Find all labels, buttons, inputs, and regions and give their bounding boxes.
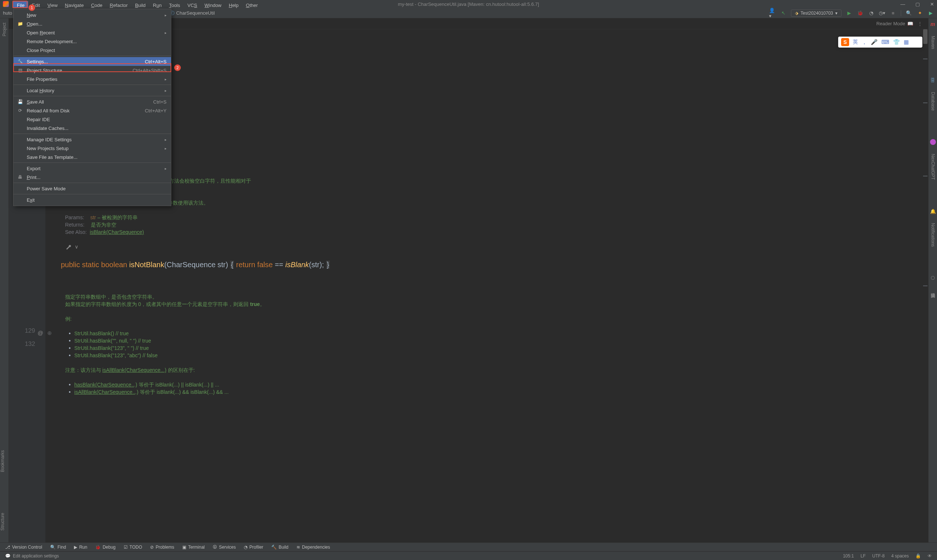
minimize-icon[interactable]: — <box>900 2 905 7</box>
ai-icon[interactable]: ✦ <box>917 10 923 17</box>
status-position[interactable]: 105:1 <box>843 554 854 558</box>
profile-icon[interactable]: ◷▾ <box>879 10 885 17</box>
folder-icon: 📁 <box>17 21 23 27</box>
maven-icon[interactable]: m <box>931 21 935 27</box>
ime-comma[interactable]: ， <box>862 39 867 46</box>
bell-icon[interactable]: 🔔 <box>930 209 936 214</box>
test-icon: ⬗ <box>795 11 798 16</box>
menu-new-projects-setup[interactable]: New Projects Setup▸ <box>14 144 171 152</box>
right-tool-rail: m Maven 🗄 Database NexChatGPT 🔔 Notifica… <box>928 18 937 550</box>
find-icon: 🔍 <box>50 545 55 550</box>
vcs-icon: ⎇ <box>5 545 10 550</box>
rail-structure[interactable]: Structure <box>0 513 5 531</box>
menu-exit[interactable]: Exit <box>14 195 171 204</box>
plugin-icon[interactable]: ▶ <box>928 10 934 17</box>
save-icon: 💾 <box>17 99 23 105</box>
code-area[interactable]: true; 非空白的定义如下: "" 空格、制表符、换行符，等不可见字符 • l… <box>45 29 922 537</box>
tw-terminal[interactable]: ▣Terminal <box>182 545 205 550</box>
reader-mode-label: Reader Mode <box>876 21 905 26</box>
run-config-selector[interactable]: ⬗ Test2024010703 ▾ <box>791 9 842 17</box>
tw-version-control[interactable]: ⎇Version Control <box>5 545 42 550</box>
status-encoding[interactable]: UTF-8 <box>872 554 885 558</box>
reader-mode-toggle[interactable]: Reader Mode 📖 <box>876 21 913 26</box>
run-icon[interactable]: ▶ <box>846 10 852 17</box>
status-message: Edit application settings <box>13 554 59 558</box>
status-bar: 💬 Edit application settings 105:1 LF UTF… <box>0 551 937 560</box>
menu-repair-ide[interactable]: Repair IDE <box>14 115 171 124</box>
menu-local-history[interactable]: Local History▸ <box>14 86 171 95</box>
keyboard-icon[interactable]: ⌨ <box>882 39 889 45</box>
menu-open-recent[interactable]: Open Recent▸ <box>14 28 171 37</box>
scrollbar[interactable] <box>923 29 928 542</box>
close-icon[interactable]: ✕ <box>930 2 934 7</box>
toolbox-icon[interactable]: ▦ <box>904 39 909 45</box>
profiler-icon: ◔ <box>244 545 248 550</box>
status-eye-icon[interactable]: 👁 <box>928 554 932 558</box>
more-icon[interactable]: ⋮ <box>918 21 922 26</box>
rail-nexchat[interactable]: NexChatGPT <box>931 154 935 180</box>
rail-notifications[interactable]: Notifications <box>931 223 935 247</box>
maximize-icon[interactable]: ▢ <box>915 2 920 7</box>
debug-icon[interactable]: 🐞 <box>857 10 863 17</box>
menu-save-all[interactable]: 💾Save AllCtrl+S <box>14 97 171 106</box>
breadcrumb-class[interactable]: CharSequenceUtil <box>176 10 215 16</box>
menu-project-structure[interactable]: ▤Project Structure...Ctrl+Alt+Shift+S <box>14 66 171 75</box>
menu-reload-disk[interactable]: ⟳Reload All from DiskCtrl+Alt+Y <box>14 106 171 115</box>
menu-new[interactable]: New▸ <box>14 11 171 19</box>
rail-maven[interactable]: Maven <box>931 36 935 49</box>
tw-dependencies[interactable]: ≋Dependencies <box>297 545 330 550</box>
rail-database[interactable]: Database <box>931 92 935 111</box>
menu-invalidate-caches[interactable]: Invalidate Caches... <box>14 124 171 132</box>
file-menu-dropdown: New▸ 📁Open... Open Recent▸ Remote Develo… <box>13 9 171 206</box>
menu-settings[interactable]: 🔧Settings...Ctrl+Alt+S <box>14 57 171 66</box>
menu-manage-ide-settings[interactable]: Manage IDE Settings▸ <box>14 135 171 144</box>
run-config-label: Test2024010703 <box>800 11 833 16</box>
status-indent[interactable]: 4 spaces <box>891 554 909 558</box>
menu-open[interactable]: 📁Open... <box>14 19 171 28</box>
ime-lang[interactable]: 英 <box>853 39 858 45</box>
deps-icon: ≋ <box>297 545 300 550</box>
mic-icon[interactable]: 🎤 <box>871 39 878 45</box>
services-icon: ⦿ <box>213 545 217 550</box>
semantic-icon[interactable]: ⎔ <box>931 275 935 281</box>
sogou-icon: S <box>841 38 849 46</box>
tw-todo[interactable]: ☑TODO <box>124 545 142 550</box>
run-icon-tw: ▶ <box>74 545 77 550</box>
tw-find[interactable]: 🔍Find <box>50 545 66 550</box>
nexchat-icon[interactable] <box>930 139 936 145</box>
bug-icon-tw: 🐞 <box>95 545 101 550</box>
rail-project[interactable]: Project <box>2 23 7 36</box>
breadcrumb-root[interactable]: huto <box>3 10 12 16</box>
structure-icon: ▤ <box>17 67 23 73</box>
database-icon[interactable]: 🗄 <box>931 78 935 83</box>
ime-toolbar[interactable]: S 英 ， 🎤 ⌨ 👕 ▦ <box>838 37 922 48</box>
menu-remote-dev[interactable]: Remote Development... <box>14 37 171 46</box>
lock-icon[interactable]: 🔒 <box>915 554 921 558</box>
doc-wrench-icon[interactable] <box>65 243 72 251</box>
rail-bookmarks[interactable]: Bookmarks <box>0 450 5 472</box>
menu-save-as-template[interactable]: Save File as Template... <box>14 152 171 162</box>
tw-debug[interactable]: 🐞Debug <box>95 545 115 550</box>
status-line-sep[interactable]: LF <box>860 554 866 558</box>
menu-export[interactable]: Export▸ <box>14 164 171 173</box>
coverage-icon[interactable]: ◔ <box>868 10 874 17</box>
tw-build[interactable]: 🔨Build <box>271 545 288 550</box>
tw-services[interactable]: ⦿Services <box>213 545 236 550</box>
tw-problems[interactable]: ⊘Problems <box>150 545 174 550</box>
annotation-badge-2: 2 <box>174 65 181 71</box>
left-tool-rail: Project Bookmarks Structure <box>0 18 9 550</box>
stop-icon[interactable]: ■ <box>890 10 896 17</box>
menu-file-properties[interactable]: File Properties▸ <box>14 75 171 83</box>
menu-power-save[interactable]: Power Save Mode <box>14 184 171 193</box>
reload-icon: ⟳ <box>17 108 23 114</box>
scroll-thumb[interactable] <box>923 29 928 44</box>
tw-profiler[interactable]: ◔Profiler <box>244 545 263 550</box>
app-icon <box>3 1 9 7</box>
menu-print[interactable]: 🖶Print... <box>14 173 171 182</box>
skin-icon[interactable]: 👕 <box>893 39 900 45</box>
user-icon[interactable]: 👤▾ <box>769 10 775 17</box>
menu-close-project[interactable]: Close Project <box>14 46 171 55</box>
hammer-icon[interactable]: ↖ <box>780 10 786 17</box>
tw-run[interactable]: ▶Run <box>74 545 87 550</box>
search-icon[interactable]: 🔍 <box>906 10 912 17</box>
